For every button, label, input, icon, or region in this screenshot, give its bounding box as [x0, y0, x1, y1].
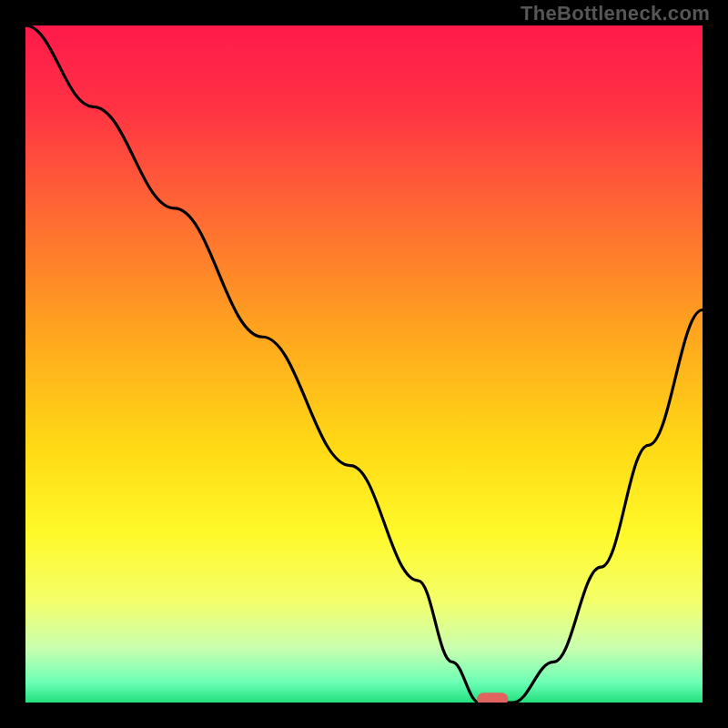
chart-frame: TheBottleneck.com [0, 0, 728, 728]
plot-background [25, 25, 703, 703]
watermark-label: TheBottleneck.com [521, 2, 710, 25]
bottleneck-chart [0, 0, 728, 728]
optimal-marker [477, 693, 508, 705]
